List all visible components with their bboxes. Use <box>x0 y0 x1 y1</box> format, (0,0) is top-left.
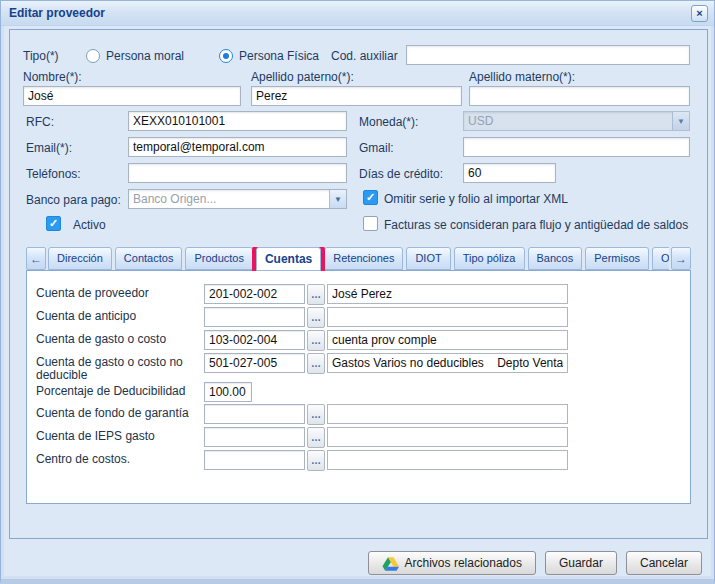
ellipsis-icon: … <box>311 433 321 443</box>
account-picker-button[interactable]: … <box>307 330 325 351</box>
edit-supplier-dialog: Editar proveedor × Tipo(*) Persona moral… <box>0 0 715 584</box>
row-fondo-garantia: Cuenta de fondo de garantía … <box>1 404 714 426</box>
cod-auxiliar-input[interactable] <box>406 45 690 65</box>
radio-persona-moral[interactable] <box>86 49 100 63</box>
close-icon: × <box>696 8 702 19</box>
row-cuenta-anticipo: Cuenta de anticipo … <box>1 307 714 329</box>
cancelar-button[interactable]: Cancelar <box>626 551 702 575</box>
guardar-button[interactable]: Guardar <box>545 551 617 575</box>
row-centro-costos: Centro de costos. … <box>1 450 714 472</box>
tab-retenciones[interactable]: Retenciones <box>324 247 403 270</box>
centro-costos-desc[interactable] <box>327 450 568 470</box>
tab-diot[interactable]: DIOT <box>406 247 450 270</box>
row-cuenta-proveedor: Cuenta de proveedor … <box>1 284 714 306</box>
tab-permisos[interactable]: Permisos <box>585 247 649 270</box>
guardar-label: Guardar <box>559 556 603 570</box>
footer-button-bar: Archivos relacionados Guardar Cancelar <box>368 551 702 575</box>
moneda-label: Moneda(*): <box>359 115 418 129</box>
fondo-garantia-input[interactable] <box>204 404 305 424</box>
cuenta-gasto-no-deducible-input[interactable] <box>204 353 305 373</box>
apellido-paterno-input[interactable] <box>251 86 462 106</box>
cuenta-proveedor-label: Cuenta de proveedor <box>36 287 204 300</box>
radio-persona-fisica-label[interactable]: Persona Física <box>239 49 319 63</box>
centro-costos-input[interactable] <box>204 450 305 470</box>
account-picker-button[interactable]: … <box>307 307 325 328</box>
account-picker-button[interactable]: … <box>307 353 325 374</box>
close-button[interactable]: × <box>691 5 708 22</box>
checkbox-activo-label[interactable]: Activo <box>73 218 106 232</box>
dialog-titlebar[interactable]: Editar proveedor × <box>1 1 714 26</box>
gmail-label: Gmail: <box>359 141 394 155</box>
checkbox-omitir-serie-label[interactable]: Omitir serie y folio al importar XML <box>384 192 568 206</box>
cuenta-proveedor-input[interactable] <box>204 284 305 304</box>
moneda-select[interactable]: USD ▼ <box>463 111 690 131</box>
ellipsis-icon: … <box>311 410 321 420</box>
tab-direccion[interactable]: Dirección <box>48 247 112 270</box>
ieps-gasto-desc[interactable] <box>327 427 568 447</box>
banco-pago-dropdown-icon[interactable]: ▼ <box>329 190 346 208</box>
arrow-right-icon: → <box>675 252 687 266</box>
telefonos-label: Teléfonos: <box>26 167 81 181</box>
check-icon: ✓ <box>49 218 58 229</box>
rfc-input[interactable] <box>128 111 347 131</box>
apellido-materno-label: Apellido materno(*): <box>469 70 575 84</box>
row-cuenta-gasto-no-deducible: Cuenta de gasto o costo no deducible … <box>1 353 714 375</box>
arrow-left-icon: ← <box>30 252 42 266</box>
account-picker-button[interactable]: … <box>307 450 325 471</box>
check-icon: ✓ <box>366 192 375 203</box>
tab-tipo-poliza[interactable]: Tipo póliza <box>454 247 525 270</box>
tab-bancos[interactable]: Bancos <box>528 247 583 270</box>
account-picker-button[interactable]: … <box>307 284 325 305</box>
cuenta-gasto-no-deducible-label: Cuenta de gasto o costo no deducible <box>36 356 204 382</box>
banco-pago-placeholder: Banco Origen... <box>133 192 326 206</box>
nombre-input[interactable] <box>23 86 241 106</box>
cuenta-gasto-desc[interactable] <box>327 330 568 350</box>
cuenta-anticipo-label: Cuenta de anticipo <box>36 310 204 323</box>
rfc-label: RFC: <box>26 115 54 129</box>
checkbox-activo[interactable]: ✓ <box>46 216 61 231</box>
moneda-value: USD <box>468 114 669 128</box>
telefonos-input[interactable] <box>128 163 347 183</box>
tab-bar: Dirección Contactos Productos Cuentas Re… <box>48 247 669 271</box>
cuenta-anticipo-desc[interactable] <box>327 307 568 327</box>
tab-otro[interactable]: Otro <box>652 247 669 270</box>
ellipsis-icon: … <box>311 313 321 323</box>
checkbox-omitir-serie[interactable]: ✓ <box>363 190 378 205</box>
archivos-relacionados-button[interactable]: Archivos relacionados <box>368 551 536 575</box>
apellido-materno-input[interactable] <box>469 86 690 106</box>
gmail-input[interactable] <box>463 137 690 157</box>
cuenta-gasto-label: Cuenta de gasto o costo <box>36 333 204 346</box>
tab-scroll-left-button[interactable]: ← <box>26 247 46 270</box>
cuenta-anticipo-input[interactable] <box>204 307 305 327</box>
account-picker-button[interactable]: … <box>307 427 325 448</box>
tipo-label: Tipo(*) <box>23 49 59 63</box>
checkbox-facturas[interactable] <box>363 216 378 231</box>
ellipsis-icon: … <box>311 456 321 466</box>
porcentaje-deducibilidad-input[interactable] <box>204 382 252 402</box>
apellido-paterno-label: Apellido paterno(*): <box>251 70 354 84</box>
banco-pago-select[interactable]: Banco Origen... ▼ <box>128 189 347 209</box>
cuenta-proveedor-desc[interactable] <box>327 284 568 304</box>
cuenta-gasto-no-deducible-desc[interactable] <box>327 353 568 373</box>
email-input[interactable] <box>128 137 347 157</box>
tab-productos[interactable]: Productos <box>185 247 253 270</box>
ieps-gasto-input[interactable] <box>204 427 305 447</box>
fondo-garantia-desc[interactable] <box>327 404 568 424</box>
tab-contactos[interactable]: Contactos <box>115 247 183 270</box>
cuenta-gasto-input[interactable] <box>204 330 305 350</box>
account-picker-button[interactable]: … <box>307 404 325 425</box>
moneda-dropdown-icon[interactable]: ▼ <box>672 112 689 130</box>
tab-cuentas[interactable]: Cuentas <box>256 247 321 271</box>
radio-persona-moral-label[interactable]: Persona moral <box>106 49 184 63</box>
dias-credito-label: Días de crédito: <box>359 167 443 181</box>
dias-credito-input[interactable] <box>463 163 556 183</box>
tab-scroll-right-button[interactable]: → <box>671 247 691 270</box>
row-porcentaje-deducibilidad: Porcentaje de Deducibilidad <box>1 382 714 404</box>
banco-pago-label: Banco para pago: <box>26 193 121 207</box>
checkbox-facturas-label[interactable]: Facturas se consideran para flujo y anti… <box>384 218 688 232</box>
nombre-label: Nombre(*): <box>23 70 82 84</box>
fondo-garantia-label: Cuenta de fondo de garantía <box>36 407 204 420</box>
radio-persona-fisica[interactable] <box>219 49 233 63</box>
drive-icon <box>382 556 399 571</box>
archivos-relacionados-label: Archivos relacionados <box>405 556 522 570</box>
